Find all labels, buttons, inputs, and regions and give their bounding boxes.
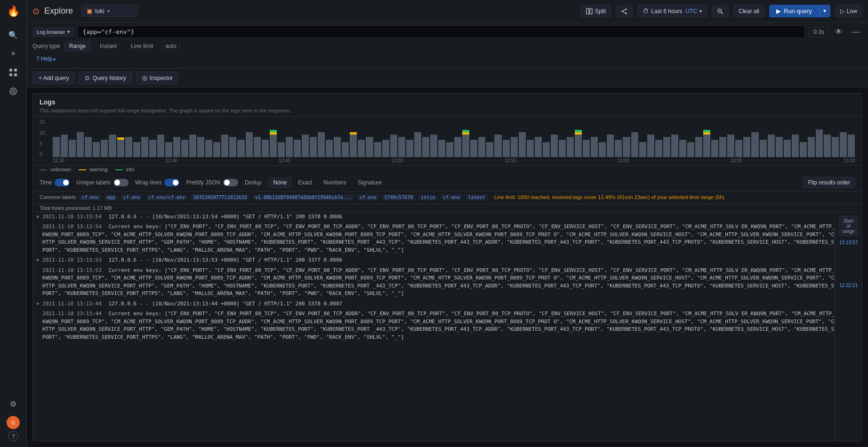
chart-bar[interactable] [727,135,734,157]
chart-bar[interactable] [832,137,839,157]
chart-bar[interactable] [808,137,815,157]
chart-bar[interactable] [358,140,365,157]
chart-bar[interactable] [751,132,758,157]
chart-bar[interactable] [599,142,606,157]
chart-bar[interactable] [262,140,269,157]
live-button[interactable]: ▷ Live [835,5,862,17]
chart-bar[interactable] [567,137,574,157]
chart-bar[interactable] [398,137,405,157]
chart-bar[interactable] [422,137,429,157]
time-range-selector[interactable]: ⏱ Last 6 hours UTC ▾ [637,5,707,17]
chart-bar[interactable] [503,140,510,157]
chart-bar[interactable] [286,137,293,157]
split-button[interactable]: Split [581,5,611,17]
sidebar-item-settings[interactable]: ⚙ [5,395,22,412]
chart-bar[interactable] [583,140,590,157]
add-query-button[interactable]: + Add query [32,72,75,84]
chart-bar[interactable] [478,137,485,157]
wrap-lines-toggle[interactable] [164,179,179,186]
chart-bar[interactable] [53,137,60,157]
chart-bar[interactable] [551,135,558,157]
chart-bar[interactable] [197,137,204,157]
chart-bar[interactable] [374,142,381,157]
chart-bar[interactable] [486,142,493,157]
chart-bar[interactable] [527,140,534,157]
chart-bar[interactable] [519,132,526,157]
chart-bar[interactable] [117,137,124,157]
chart-bar[interactable] [294,140,301,157]
chart-bar[interactable] [735,140,742,157]
remove-query-button[interactable]: — [849,27,862,37]
chart-bar[interactable] [535,137,542,157]
chart-bar[interactable] [205,140,212,157]
chart-bar[interactable] [462,129,469,157]
chart-bar[interactable] [85,137,92,157]
chart-bar[interactable] [760,140,767,157]
chart-bar[interactable] [776,137,783,157]
log-browser-button[interactable]: Log browser ▾ [32,27,74,37]
chart-bar[interactable] [679,140,686,157]
chart-bar[interactable] [254,137,261,157]
chart-bar[interactable] [494,135,501,157]
chart-bar[interactable] [69,140,76,157]
expand-icon-3[interactable]: ▶ [37,300,40,308]
run-query-split-button[interactable]: ▾ [819,5,830,17]
chart-bar[interactable] [559,140,566,157]
expand-icon-1[interactable]: ▶ [37,213,40,221]
chart-bar[interactable] [671,135,678,157]
run-query-button[interactable]: ▶ Run query [769,5,819,17]
chart-bar[interactable] [61,135,68,157]
chart-bar[interactable] [615,140,622,157]
expand-icon-2[interactable]: ▶ [37,256,40,264]
chart-bar[interactable] [326,140,333,157]
chart-bar[interactable] [623,137,630,157]
zoom-out-button[interactable] [712,5,729,17]
chart-bar[interactable] [125,137,132,157]
help-button[interactable]: ? Help ▸ [32,54,862,64]
dedup-signature[interactable]: Signature [353,177,387,188]
log-entry-3a[interactable]: ▶ 2021-11-10 13:13:44 127.0.0.6 - - [10/… [33,299,862,310]
chart-bar[interactable] [824,135,831,157]
log-entry-2b[interactable]: ▶ 2021-11-10 13:13:53 Current env keys: … [33,266,862,299]
query-history-button[interactable]: ⊙ Query history [79,72,132,84]
chart-bar[interactable] [109,135,116,157]
chart-bar[interactable] [695,137,702,157]
chart-bar[interactable] [511,137,518,157]
sidebar-item-help[interactable]: ? [8,431,18,441]
chart-bar[interactable] [543,142,550,157]
chart-bar[interactable] [792,135,799,157]
log-entry-1a[interactable]: ▶ 2021-11-10 13:13:54 127.0.0.6 - - [10/… [33,212,862,223]
inspector-button[interactable]: ◎ Inspector [136,72,179,84]
dedup-numbers[interactable]: Numbers [318,177,352,188]
chart-bar[interactable] [470,140,477,157]
chart-bar[interactable] [591,137,598,157]
chart-bar[interactable] [318,132,325,157]
clear-all-button[interactable]: Clear all [733,5,764,17]
dedup-exact[interactable]: Exact [293,177,317,188]
chart-bar[interactable] [639,142,646,157]
chart-bar[interactable] [607,135,614,157]
chart-bar[interactable] [93,142,100,157]
range-button[interactable]: Range [64,41,91,51]
chart-bar[interactable] [101,140,108,157]
sidebar-item-dashboards[interactable] [5,64,22,81]
chart-bar[interactable] [719,137,726,157]
query-input[interactable] [78,25,806,38]
chart-bar[interactable] [382,140,389,157]
chart-bar[interactable] [270,129,277,157]
chart-bar[interactable] [173,137,180,157]
toggle-visibility-button[interactable]: 👁 [832,27,845,37]
log-entry-1b[interactable]: ▶ 2021-11-10 13:13:54 Current env keys: … [33,222,862,255]
chart-bar[interactable] [237,140,244,157]
chart-bar[interactable] [743,137,750,157]
chart-bar[interactable] [77,132,84,157]
instant-button[interactable]: Instant [95,41,122,51]
datasource-selector[interactable]: ▣ loki ▾ [81,5,138,17]
chart-bar[interactable] [800,142,807,157]
chart-bar[interactable] [687,142,694,157]
chart-bar[interactable] [366,137,373,157]
prettify-json-toggle[interactable] [223,179,238,186]
chart-bar[interactable] [430,135,437,157]
chart-bar[interactable] [446,142,453,157]
chart-bar[interactable] [655,140,662,157]
